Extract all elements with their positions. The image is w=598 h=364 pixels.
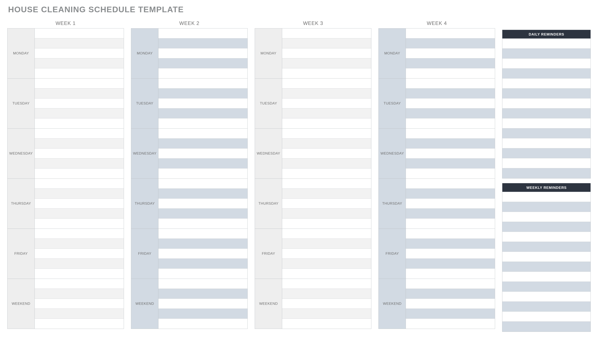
task-slot[interactable]: [282, 68, 371, 78]
reminder-slot[interactable]: [502, 69, 590, 79]
task-slot[interactable]: [158, 108, 248, 118]
task-slot[interactable]: [158, 28, 248, 38]
task-slot[interactable]: [35, 129, 124, 138]
task-slot[interactable]: [35, 49, 124, 58]
task-slot[interactable]: [282, 49, 371, 58]
task-slot[interactable]: [35, 269, 124, 279]
task-slot[interactable]: [158, 229, 248, 239]
task-slot[interactable]: [406, 269, 495, 279]
task-slot[interactable]: [282, 159, 371, 169]
task-slot[interactable]: [158, 309, 248, 319]
reminder-slot[interactable]: [502, 168, 590, 178]
task-slot[interactable]: [35, 319, 124, 329]
task-slot[interactable]: [282, 218, 371, 228]
reminder-slot[interactable]: [502, 202, 590, 212]
task-slot[interactable]: [282, 169, 371, 178]
task-slot[interactable]: [406, 249, 495, 259]
reminder-slot[interactable]: [502, 59, 590, 69]
task-slot[interactable]: [35, 108, 124, 118]
task-slot[interactable]: [282, 129, 371, 138]
reminder-slot[interactable]: [502, 292, 590, 302]
task-slot[interactable]: [158, 49, 248, 58]
task-slot[interactable]: [35, 28, 124, 38]
task-slot[interactable]: [406, 38, 495, 49]
task-slot[interactable]: [406, 129, 495, 138]
task-slot[interactable]: [282, 38, 371, 49]
task-slot[interactable]: [35, 239, 124, 249]
task-slot[interactable]: [282, 239, 371, 249]
task-slot[interactable]: [158, 149, 248, 159]
reminder-slot[interactable]: [502, 138, 590, 148]
task-slot[interactable]: [282, 189, 371, 199]
task-slot[interactable]: [406, 79, 495, 89]
task-slot[interactable]: [406, 98, 495, 108]
task-slot[interactable]: [282, 28, 371, 38]
task-slot[interactable]: [406, 279, 495, 289]
task-slot[interactable]: [158, 239, 248, 249]
task-slot[interactable]: [282, 289, 371, 299]
task-slot[interactable]: [406, 28, 495, 38]
task-slot[interactable]: [158, 58, 248, 68]
task-slot[interactable]: [282, 319, 371, 329]
task-slot[interactable]: [158, 249, 248, 259]
task-slot[interactable]: [158, 79, 248, 89]
reminder-slot[interactable]: [502, 232, 590, 242]
task-slot[interactable]: [158, 138, 248, 149]
task-slot[interactable]: [158, 299, 248, 309]
task-slot[interactable]: [35, 38, 124, 49]
task-slot[interactable]: [158, 269, 248, 279]
task-slot[interactable]: [158, 279, 248, 289]
task-slot[interactable]: [35, 68, 124, 78]
task-slot[interactable]: [282, 149, 371, 159]
task-slot[interactable]: [158, 98, 248, 108]
reminder-slot[interactable]: [502, 128, 590, 138]
task-slot[interactable]: [406, 229, 495, 239]
task-slot[interactable]: [35, 58, 124, 68]
reminder-slot[interactable]: [502, 242, 590, 252]
task-slot[interactable]: [35, 159, 124, 169]
task-slot[interactable]: [158, 169, 248, 178]
task-slot[interactable]: [406, 309, 495, 319]
task-slot[interactable]: [282, 269, 371, 279]
task-slot[interactable]: [35, 98, 124, 108]
reminder-slot[interactable]: [502, 272, 590, 282]
task-slot[interactable]: [282, 89, 371, 98]
task-slot[interactable]: [35, 279, 124, 289]
task-slot[interactable]: [35, 79, 124, 89]
task-slot[interactable]: [35, 259, 124, 269]
reminder-slot[interactable]: [502, 98, 590, 108]
task-slot[interactable]: [35, 169, 124, 178]
task-slot[interactable]: [282, 309, 371, 319]
task-slot[interactable]: [35, 89, 124, 98]
reminder-slot[interactable]: [502, 282, 590, 292]
task-slot[interactable]: [406, 118, 495, 128]
reminder-slot[interactable]: [502, 89, 590, 98]
task-slot[interactable]: [406, 49, 495, 58]
task-slot[interactable]: [158, 118, 248, 128]
task-slot[interactable]: [406, 108, 495, 118]
task-slot[interactable]: [406, 89, 495, 98]
task-slot[interactable]: [35, 199, 124, 209]
task-slot[interactable]: [406, 138, 495, 149]
task-slot[interactable]: [158, 289, 248, 299]
task-slot[interactable]: [406, 319, 495, 329]
task-slot[interactable]: [158, 319, 248, 329]
task-slot[interactable]: [35, 209, 124, 218]
task-slot[interactable]: [282, 79, 371, 89]
task-slot[interactable]: [158, 218, 248, 228]
reminder-slot[interactable]: [502, 322, 590, 332]
task-slot[interactable]: [282, 249, 371, 259]
task-slot[interactable]: [406, 199, 495, 209]
task-slot[interactable]: [406, 149, 495, 159]
task-slot[interactable]: [282, 299, 371, 309]
task-slot[interactable]: [158, 129, 248, 138]
task-slot[interactable]: [158, 189, 248, 199]
task-slot[interactable]: [282, 58, 371, 68]
reminder-slot[interactable]: [502, 212, 590, 222]
task-slot[interactable]: [282, 199, 371, 209]
task-slot[interactable]: [35, 218, 124, 228]
task-slot[interactable]: [158, 89, 248, 98]
reminder-slot[interactable]: [502, 158, 590, 168]
task-slot[interactable]: [406, 259, 495, 269]
task-slot[interactable]: [282, 259, 371, 269]
